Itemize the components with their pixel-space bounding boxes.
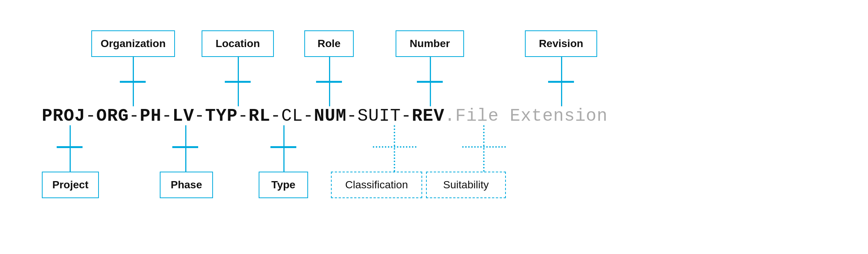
organization-box: Organization: [91, 30, 175, 57]
sep1: -: [85, 106, 96, 126]
suit-part: SUIT: [358, 106, 401, 126]
org-part: ORG: [96, 106, 129, 126]
rev-vline-bottom: [561, 83, 562, 106]
sep3: -: [162, 106, 173, 126]
type-vline-bottom: [283, 148, 285, 172]
extension-part: .File Extension: [445, 106, 608, 126]
role-label: Role: [318, 38, 341, 50]
phase-label: Phase: [171, 179, 202, 191]
number-box: Number: [396, 30, 464, 57]
phase-vline-top: [185, 125, 186, 146]
project-label: Project: [52, 179, 89, 191]
org-vline-top: [133, 57, 134, 82]
phase-box: Phase: [160, 172, 213, 198]
location-label: Location: [216, 38, 260, 50]
sep6: -: [270, 106, 281, 126]
type-box: Type: [259, 172, 308, 198]
proj-vline-top: [70, 125, 71, 146]
filename-row: PROJ-ORG-PH-LV-TYP-RL-CL-NUM-SUIT-REV.Fi…: [42, 106, 608, 126]
lv-part: LV: [172, 106, 194, 126]
suit-vline-bottom: [483, 148, 485, 172]
ph-part: PH: [140, 106, 161, 126]
role-vline-bottom: [329, 83, 330, 106]
organization-label: Organization: [100, 38, 165, 50]
revision-label: Revision: [539, 38, 583, 50]
suitability-box: Suitability: [426, 172, 506, 198]
proj-vline-bottom: [70, 148, 71, 172]
sep8: -: [347, 106, 358, 126]
rev-vline-top: [561, 57, 562, 82]
org-vline-bottom: [133, 83, 134, 106]
num-part: NUM: [314, 106, 347, 126]
diagram: Organization Location Role Number Revisi…: [0, 0, 868, 254]
loc-vline-top: [238, 57, 239, 82]
sep7: -: [303, 106, 314, 126]
loc-vline-bottom: [238, 83, 239, 106]
sep2: -: [129, 106, 140, 126]
type-vline-top: [283, 125, 285, 146]
rl-part: RL: [249, 106, 270, 126]
classification-box: Classification: [331, 172, 422, 198]
location-box: Location: [202, 30, 274, 57]
proj-part: PROJ: [42, 106, 85, 126]
suitability-label: Suitability: [443, 179, 489, 191]
suit-vline-top: [483, 125, 485, 146]
rev-part: REV: [412, 106, 445, 126]
class-vline-bottom: [394, 148, 395, 172]
number-label: Number: [410, 38, 450, 50]
num-vline-top: [430, 57, 431, 82]
phase-vline-bottom: [185, 148, 186, 172]
project-box: Project: [42, 172, 99, 198]
num-vline-bottom: [430, 83, 431, 106]
class-vline-top: [394, 125, 395, 146]
sep9: -: [401, 106, 412, 126]
sep4: -: [194, 106, 205, 126]
classification-label: Classification: [345, 179, 408, 191]
type-label: Type: [271, 179, 295, 191]
role-vline-top: [329, 57, 330, 82]
revision-box: Revision: [525, 30, 597, 57]
role-box: Role: [304, 30, 354, 57]
typ-part: TYP: [205, 106, 238, 126]
cl-part: CL: [281, 106, 303, 126]
sep5: -: [238, 106, 249, 126]
